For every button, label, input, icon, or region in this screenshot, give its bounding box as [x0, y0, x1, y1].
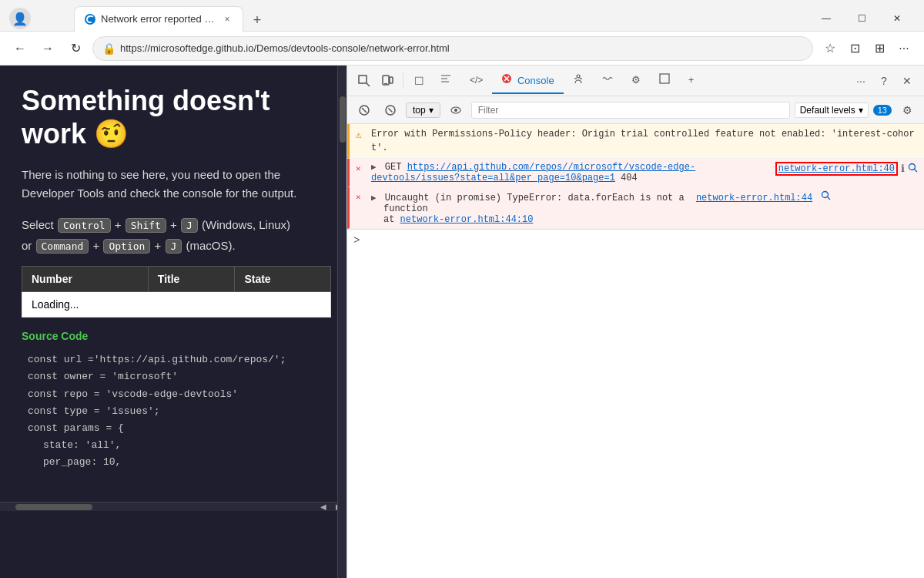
console-input[interactable]: [366, 235, 918, 246]
svg-rect-12: [660, 74, 669, 83]
warning-icon: ⚠: [356, 129, 367, 141]
browser-window: 👤 Network error reported in Cons… × + — …: [0, 0, 924, 578]
back-button[interactable]: ←: [9, 38, 31, 59]
search-icon-2[interactable]: [821, 192, 831, 203]
elements-panel-button[interactable]: ☐: [408, 70, 430, 92]
search-icon-1[interactable]: [908, 163, 918, 176]
log-level-selector[interactable]: Default levels ▾: [795, 102, 869, 118]
refresh-button[interactable]: ↻: [65, 38, 86, 59]
title-bar: 👤 Network error reported in Cons… × + — …: [0, 0, 924, 32]
win-platform: (Windows, Linux): [202, 218, 290, 231]
tab-network-wavy[interactable]: [593, 67, 622, 94]
tab-performance-gear[interactable]: ⚙: [622, 68, 650, 93]
error-2-text-block: ▶ Uncaught (in promise) TypeError: data.…: [371, 190, 918, 203]
error-1-location[interactable]: network-error.html:40: [775, 162, 898, 176]
edge-favicon: [84, 13, 96, 25]
plus1: +: [115, 218, 122, 231]
col-title: Title: [148, 267, 235, 292]
error-1-link[interactable]: https://api.github.com/repos//microsoft/…: [371, 162, 695, 183]
inspect-element-button[interactable]: [353, 70, 375, 92]
expand-arrow-1[interactable]: ▶: [371, 163, 377, 172]
svg-point-19: [909, 163, 916, 170]
col-state: State: [235, 267, 331, 292]
tab-sources-code[interactable]: </>: [460, 69, 492, 93]
toolbar-divider: [403, 73, 403, 89]
info-icon-1[interactable]: ℹ: [901, 163, 905, 175]
tab-elements[interactable]: [431, 67, 460, 94]
collections-button[interactable]: ⊞: [869, 38, 890, 59]
nav-actions: ☆ ⊡ ⊞ ···: [819, 38, 915, 59]
tab-close-button[interactable]: ×: [221, 13, 233, 25]
svg-line-14: [362, 108, 367, 113]
clear-console-button[interactable]: [353, 99, 375, 121]
tab-console[interactable]: Console: [492, 67, 563, 94]
scrollbar-thumb[interactable]: [340, 96, 346, 143]
context-selector[interactable]: top ▾: [406, 102, 440, 118]
prompt-arrow: >: [353, 234, 360, 247]
tab-more[interactable]: +: [679, 68, 704, 93]
devtools-toolbar: ☐ </> Console: [347, 66, 924, 96]
new-tab-button[interactable]: +: [246, 10, 268, 32]
or-label: or: [22, 239, 32, 252]
tab-memory-rect[interactable]: [650, 67, 679, 94]
level-label: Default levels: [800, 105, 855, 116]
h-scrollbar-thumb[interactable]: [15, 504, 92, 510]
forward-button[interactable]: →: [37, 38, 59, 59]
devtools-close-button[interactable]: ✕: [896, 70, 918, 92]
select-label: Select: [22, 218, 54, 231]
tab-title: Network error reported in Cons…: [101, 13, 216, 25]
source-code-section: Source Code const url ='https://api.gith…: [22, 318, 331, 483]
console-prompt-area[interactable]: >: [347, 229, 924, 251]
scroll-left-btn[interactable]: ◀: [316, 502, 331, 512]
table-row-loading: Loading...: [22, 292, 331, 318]
horizontal-scrollbar[interactable]: ◀ ▶: [0, 502, 346, 511]
mac-platform: (macOS).: [186, 239, 236, 252]
error-1-content: ▶ GET https://api.github.com/repos//micr…: [371, 162, 918, 183]
svg-rect-1: [359, 76, 367, 83]
filter-toggle-button[interactable]: [380, 99, 401, 121]
error-2-row: ▶ Uncaught (in promise) TypeError: data.…: [371, 190, 918, 203]
console-messages-area[interactable]: ⚠ Error with Permissions-Policy header: …: [347, 124, 924, 578]
plus4: +: [155, 239, 162, 252]
svg-rect-5: [390, 77, 393, 83]
svg-line-16: [389, 108, 393, 112]
command-key: Command: [36, 239, 89, 254]
col-number: Number: [22, 267, 149, 292]
eye-button[interactable]: [445, 99, 467, 121]
filter-input[interactable]: [471, 102, 790, 119]
svg-point-21: [822, 192, 829, 198]
more-button[interactable]: ···: [893, 38, 915, 59]
star-button[interactable]: ☆: [819, 38, 841, 59]
vertical-scrollbar[interactable]: [337, 66, 346, 578]
option-key: Option: [103, 239, 150, 254]
context-label: top: [413, 105, 426, 116]
code-line-5: state: 'all',: [28, 437, 331, 454]
devtools-more-button[interactable]: ···: [850, 70, 872, 92]
error-badge: 13: [873, 105, 892, 116]
console-message-error-1: ✕ ▶ GET https://api.github.com/repos//mi…: [347, 159, 924, 187]
close-window-button[interactable]: ✕: [879, 7, 915, 30]
tab-sources-debug[interactable]: [564, 67, 593, 94]
error-2-content: ▶ Uncaught (in promise) TypeError: data.…: [371, 190, 918, 225]
error-1-code: 404: [621, 173, 638, 183]
profile-icon[interactable]: 👤: [9, 8, 31, 29]
level-arrow: ▾: [859, 105, 863, 116]
error-2-location[interactable]: network-error.html:44: [696, 193, 812, 203]
minimize-button[interactable]: —: [808, 7, 844, 30]
active-tab[interactable]: Network error reported in Cons… ×: [74, 6, 243, 32]
code-line-1: const owner = 'microsoft': [28, 368, 331, 385]
code-line-6: per_page: 10,: [28, 454, 331, 471]
maximize-button[interactable]: ☐: [844, 7, 879, 30]
source-label: Source Code: [22, 330, 331, 342]
code-block: const url ='https://api.github.com/repos…: [22, 351, 331, 471]
devtools-help-button[interactable]: ?: [873, 70, 895, 92]
error-icon-2: ✕: [356, 192, 367, 202]
device-mode-button[interactable]: [377, 70, 398, 92]
error-2-stack-link[interactable]: network-error.html:44:10: [400, 214, 534, 225]
console-message-warning: ⚠ Error with Permissions-Policy header: …: [347, 124, 924, 159]
console-settings-button[interactable]: ⚙: [896, 99, 918, 121]
address-bar[interactable]: 🔒 https://microsoftedge.github.io/Demos/…: [92, 36, 813, 61]
expand-arrow-2[interactable]: ▶: [371, 193, 377, 203]
navigation-bar: ← → ↻ 🔒 https://microsoftedge.github.io/…: [0, 32, 924, 66]
share-button[interactable]: ⊡: [844, 38, 865, 59]
